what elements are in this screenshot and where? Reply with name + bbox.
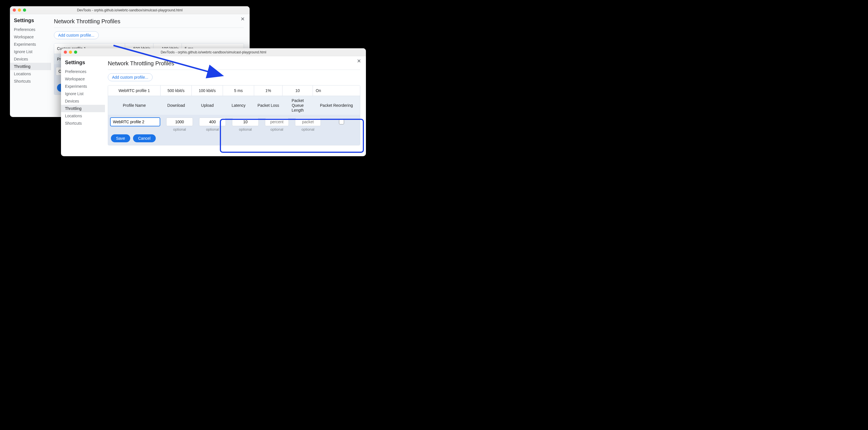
window-title: DevTools - orphis.github.io/webrtc-sandb… [10,8,250,12]
save-button[interactable]: Save [111,134,130,142]
header-packet-loss: Packet Loss [254,96,282,115]
sidebar-item-workspace[interactable]: Workspace [10,33,51,40]
sidebar-item-preferences[interactable]: Preferences [61,68,105,75]
sidebar-item-shortcuts[interactable]: Shortcuts [61,120,105,127]
packet-queue-hint: optional [293,126,323,132]
sidebar-item-devices[interactable]: Devices [10,55,51,63]
close-window-icon[interactable] [64,51,67,54]
latency-hint: optional [230,126,261,132]
header-download: Download [160,96,192,115]
download-input[interactable] [166,118,193,126]
page-title: Network Throttling Profiles [108,59,360,69]
traffic-lights [13,8,26,12]
latency-input[interactable] [232,118,259,126]
minimize-window-icon[interactable] [18,8,21,12]
window-title: DevTools - orphis.github.io/webrtc-sandb… [61,50,366,54]
sidebar-item-workspace[interactable]: Workspace [61,75,105,83]
add-custom-profile-button[interactable]: Add custom profile... [108,73,153,81]
sidebar-item-experiments[interactable]: Experiments [61,83,105,90]
upload-hint: optional [197,126,228,132]
close-icon[interactable]: ✕ [240,16,246,22]
titlebar: DevTools - orphis.github.io/webrtc-sandb… [61,48,366,56]
packet-loss-hint: optional [263,126,291,132]
profile-name-cell: WebRTC profile 1 [108,85,160,96]
sidebar-item-locations[interactable]: Locations [61,112,105,120]
packet-reorder-cell: On [313,85,360,96]
titlebar: DevTools - orphis.github.io/webrtc-sandb… [10,6,250,14]
sidebar-item-locations[interactable]: Locations [10,70,51,78]
profiles-table: WebRTC profile 1 500 kbit/s 100 kbit/s 5… [108,85,360,145]
sidebar-item-throttling[interactable]: Throttling [61,105,105,112]
settings-heading: Settings [10,18,51,26]
header-packet-reorder: Packet Reordering [313,96,360,115]
close-window-icon[interactable] [13,8,16,12]
packet-queue-cell: 10 [282,85,313,96]
sidebar-item-throttling[interactable]: Throttling [10,63,51,70]
settings-sidebar: Settings Preferences Workspace Experimen… [61,56,105,156]
page-title: Network Throttling Profiles [54,17,244,28]
sidebar-item-devices[interactable]: Devices [61,97,105,105]
settings-sidebar: Settings Preferences Workspace Experimen… [10,14,51,117]
minimize-window-icon[interactable] [69,51,72,54]
latency-cell: 5 ms [223,85,254,96]
cancel-button[interactable]: Cancel [133,134,156,142]
header-latency: Latency [223,96,254,115]
add-custom-profile-button[interactable]: Add custom profile... [54,31,99,39]
devtools-window-new: DevTools - orphis.github.io/webrtc-sandb… [61,48,366,156]
profile-editor: optional optional optional optional opti… [108,115,360,145]
traffic-lights [64,51,77,54]
sidebar-item-preferences[interactable]: Preferences [10,26,51,33]
settings-heading: Settings [61,60,105,68]
zoom-window-icon[interactable] [74,51,77,54]
zoom-window-icon[interactable] [23,8,26,12]
close-icon[interactable]: ✕ [356,58,362,64]
profile-row[interactable]: WebRTC profile 1 500 kbit/s 100 kbit/s 5… [108,85,360,96]
column-headers: Profile Name Download Upload Latency Pac… [108,96,360,115]
download-cell: 500 kbit/s [160,85,192,96]
header-packet-queue: Packet Queue Length [282,96,313,115]
profile-name-input[interactable] [110,118,160,126]
packet-loss-cell: 1% [254,85,282,96]
header-upload: Upload [192,96,223,115]
packet-queue-input[interactable] [295,118,321,126]
sidebar-item-ignore-list[interactable]: Ignore List [61,90,105,97]
sidebar-item-shortcuts[interactable]: Shortcuts [10,78,51,85]
upload-input[interactable] [199,118,226,126]
main-panel: ✕ Network Throttling Profiles Add custom… [105,56,366,156]
packet-loss-input[interactable] [265,118,289,126]
sidebar-item-experiments[interactable]: Experiments [10,40,51,48]
header-profile-name: Profile Name [108,96,160,115]
upload-cell: 100 kbit/s [192,85,223,96]
sidebar-item-ignore-list[interactable]: Ignore List [10,48,51,55]
packet-reorder-checkbox[interactable] [339,119,344,124]
download-hint: optional [164,126,195,132]
